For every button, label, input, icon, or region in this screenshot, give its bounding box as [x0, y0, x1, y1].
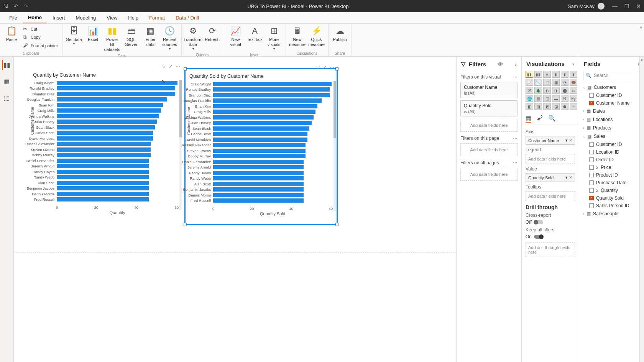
bar-row[interactable]: Ronald Bradley	[56, 86, 179, 92]
tab-modeling[interactable]: Modeling	[71, 13, 102, 23]
bar-row[interactable]: David Mendoza	[56, 136, 179, 141]
visual-type-icon[interactable]: ▮	[552, 71, 560, 78]
bar-row[interactable]: Daniel Fernandez	[56, 158, 179, 164]
visual-type-icon[interactable]: ◐	[543, 87, 551, 94]
bar-row[interactable]: Randy Webb	[212, 176, 333, 182]
visual-type-icon[interactable]: 🍩	[570, 79, 577, 86]
checkbox[interactable]	[589, 93, 594, 98]
visual-type-icon[interactable]: ⋯	[570, 103, 577, 110]
bar-row[interactable]: Fred Russell	[56, 197, 179, 203]
collapse-ribbon-icon[interactable]: ^	[638, 24, 644, 56]
bar-row[interactable]: Jeremy Arnold	[56, 164, 179, 169]
checkbox[interactable]	[589, 157, 594, 162]
quick-measure-button[interactable]: ⚡Quick measure	[307, 25, 326, 49]
copy-button[interactable]: ⧉Copy	[21, 33, 60, 41]
visual-type-icon[interactable]: 📈	[526, 79, 533, 86]
bar-row[interactable]: Steven Owens	[56, 147, 179, 152]
remove-field-icon[interactable]: ✕	[569, 175, 572, 180]
visual-type-icon[interactable]: ▮▮	[526, 71, 533, 78]
visual-type-icon[interactable]: ◨	[534, 103, 542, 110]
bar-row[interactable]: Bobby Murray	[56, 152, 179, 158]
enter-data-button[interactable]: ▦Enter data	[141, 25, 160, 49]
keep-filters-toggle[interactable]: On	[526, 234, 575, 239]
bar-row[interactable]: Alan Scott	[56, 180, 179, 186]
checkbox[interactable]	[589, 173, 594, 177]
bar-row[interactable]: Russell Alexander	[56, 141, 179, 147]
bar-row[interactable]: Joshua Watkins	[56, 113, 179, 119]
field-customer id[interactable]: Customer ID	[582, 141, 641, 148]
report-view-icon[interactable]: ▮▮	[2, 60, 12, 70]
tab-home[interactable]: Home	[23, 12, 47, 23]
visual-type-icon[interactable]: ◩	[543, 103, 551, 110]
filter-card-quantity-sold[interactable]: Quantity Sold is (All)	[460, 100, 518, 116]
restore-icon[interactable]: ❐	[624, 3, 629, 9]
bar-row[interactable]: Benjamin Jacobs	[212, 187, 333, 193]
chevron-down-icon[interactable]: ▾	[565, 175, 568, 180]
filter-card-customer-name[interactable]: Customer Name is (All)	[460, 82, 518, 98]
table-salespeople[interactable]: ›▦Salespeople	[582, 210, 641, 218]
format-tab-icon[interactable]: 🖌	[537, 115, 543, 123]
table-products[interactable]: ›▦Products	[582, 124, 641, 132]
format-painter-button[interactable]: 🖌Format painter	[21, 42, 60, 49]
axis-field-slot[interactable]: Customer Name▾ ✕	[526, 136, 575, 145]
visual-type-icon[interactable]: R	[561, 95, 568, 102]
checkbox[interactable]	[589, 180, 594, 185]
visual-type-icon[interactable]: ▭	[570, 87, 577, 94]
checkbox[interactable]	[589, 101, 594, 105]
checkbox[interactable]	[589, 150, 594, 154]
visual-type-icon[interactable]: 🌲	[534, 87, 542, 94]
close-icon[interactable]: ✕	[636, 3, 641, 9]
tab-datadrill[interactable]: Data / Drill	[170, 13, 204, 23]
visual-type-icon[interactable]: ◧	[526, 103, 533, 110]
field-price[interactable]: ΣPrice	[582, 164, 641, 171]
more-visuals-button[interactable]: ⊞More visuals▾	[265, 25, 283, 52]
visual-type-icon[interactable]: ⬤	[561, 87, 568, 94]
visual-type-icon[interactable]: ◔	[561, 79, 568, 86]
resize-handle[interactable]	[335, 223, 338, 226]
visual-type-icon[interactable]: ⬢	[561, 103, 568, 110]
sql-server-button[interactable]: 🗃SQL Server	[122, 25, 141, 49]
visual-type-icon[interactable]: ◫	[543, 95, 551, 102]
visual-type-icon[interactable]: ▬	[552, 95, 560, 102]
bar-row[interactable]: Steven Owens	[212, 148, 333, 154]
cut-button[interactable]: ✂Cut	[21, 25, 60, 33]
more-icon[interactable]: ⋯	[513, 160, 518, 165]
visual-type-icon[interactable]: ≡	[543, 71, 551, 78]
tab-insert[interactable]: Insert	[47, 13, 71, 23]
user-account[interactable]: Sam McKay	[568, 3, 605, 10]
table-locations[interactable]: ›▦Locations	[582, 115, 641, 124]
bar-row[interactable]: Jeremy Arnold	[212, 165, 333, 170]
vertical-scrollbar[interactable]: ▴	[639, 57, 644, 362]
checkbox[interactable]	[589, 188, 594, 193]
bar-row[interactable]: Dennis Morris	[56, 191, 179, 197]
pbi-datasets-button[interactable]: ▮▮Power BI datasets	[103, 25, 122, 53]
bar-row[interactable]: Alan Scott	[212, 181, 333, 187]
analytics-tab-icon[interactable]: 🔍	[548, 115, 556, 123]
visual-type-icon[interactable]: 🗺	[526, 87, 533, 94]
checkbox[interactable]	[589, 165, 594, 170]
bar-row[interactable]: Craig Wright	[212, 81, 333, 87]
fields-search-input[interactable]: 🔍 Search	[583, 71, 640, 80]
drill-through-dropzone[interactable]: Add drill-through fields here	[526, 242, 575, 257]
bar-row[interactable]: Bobby Murray	[212, 154, 333, 159]
bar-row[interactable]: Craig Mills	[212, 109, 333, 115]
field-customer id[interactable]: Customer ID	[582, 92, 641, 99]
legend-dropzone[interactable]: Add data fields here	[526, 154, 575, 164]
field-sales person id[interactable]: Sales Person ID	[582, 202, 641, 210]
bar-row[interactable]: Fred Russell	[212, 198, 333, 204]
new-measure-button[interactable]: 🖩New measure	[288, 25, 307, 49]
field-quantity sold[interactable]: Quantity Sold	[582, 194, 641, 202]
bar-row[interactable]: Juan Harvey	[212, 120, 333, 126]
chart-scrollbar[interactable]	[334, 81, 336, 138]
text-box-button[interactable]: AText box	[246, 25, 264, 44]
tab-view[interactable]: View	[101, 13, 123, 23]
visual-type-icon[interactable]: ◑	[552, 87, 560, 94]
bar-row[interactable]: Sean Black	[212, 126, 333, 131]
filter-dropzone-page[interactable]: Add data fields here	[460, 143, 518, 156]
checkbox[interactable]	[589, 196, 594, 200]
resize-handle[interactable]	[184, 67, 187, 70]
bar-row[interactable]: Ronald Bradley	[212, 87, 333, 93]
bar-row[interactable]: Randy Hayes	[212, 170, 333, 176]
remove-field-icon[interactable]: ✕	[569, 138, 572, 143]
redo-icon[interactable]: ↷	[24, 3, 28, 9]
